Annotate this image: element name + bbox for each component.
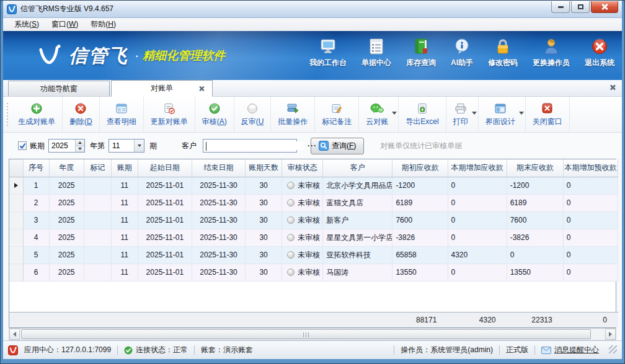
customer-input[interactable] [203,141,304,150]
table-cell[interactable]: 马国涛 [323,264,392,281]
table-cell[interactable]: 0 [507,246,563,264]
table-cell[interactable]: 2025-11-30 [192,194,245,211]
table-cell[interactable]: 0 [563,194,618,211]
table-cell[interactable]: 0 [448,177,507,194]
table-cell[interactable]: 未审核 [282,211,323,229]
scrollbar-thumb[interactable] [21,329,591,339]
table-cell[interactable]: 2025-11-30 [192,264,245,281]
table-cell[interactable]: 0 [448,211,507,229]
table-cell[interactable]: 2025 [49,211,84,229]
table-cell[interactable]: 4 [23,229,49,246]
col-header[interactable]: 账期 [111,159,138,177]
table-cell[interactable]: 30 [246,194,282,211]
table-cell[interactable]: 2025 [49,264,84,281]
inventory-query-button[interactable]: 库存查询 [405,36,437,69]
table-cell[interactable]: 2025-11-30 [192,177,245,194]
table-row[interactable]: 22025112025-11-012025-11-3030未审核蓝猫文具店618… [9,194,618,211]
close-button[interactable] [591,1,618,13]
table-cell[interactable]: 13550 [507,264,563,281]
table-cell[interactable]: 4320 [448,246,507,264]
menu-system[interactable]: 系统(S) [8,18,45,31]
table-cell[interactable]: 0 [563,246,618,264]
view-detail-button[interactable]: 查看明细 [100,97,144,132]
table-cell[interactable]: 11 [111,177,138,194]
cloud-reconcile-button[interactable]: 云对账 [359,97,399,132]
table-cell[interactable]: 11 [111,264,138,281]
delete-button[interactable]: 删除(D [63,97,100,132]
table-cell[interactable]: 未审核 [282,229,323,246]
table-row[interactable]: 32025112025-11-012025-11-3030未审核新客户76000… [9,211,618,229]
row-selector[interactable] [9,211,23,229]
table-cell[interactable]: 6 [23,264,49,281]
table-cell[interactable]: 0 [563,264,618,281]
table-cell[interactable]: 亚拓软件科技 [323,246,392,264]
menu-window[interactable]: 窗口(W) [45,18,84,31]
table-cell[interactable]: 星星文具第一小学店 [323,229,392,246]
tab-function-nav[interactable]: 功能导航窗 [8,81,110,96]
table-cell[interactable]: 2025-11-01 [138,211,192,229]
update-statement-button[interactable]: 更新对账单 [144,97,195,132]
col-header[interactable]: 结束日期 [192,159,245,177]
table-cell[interactable]: 2025 [49,177,84,194]
col-header[interactable]: 审核状态 [282,159,323,177]
mark-note-button[interactable]: 标记备注 [315,97,359,132]
row-selector[interactable] [9,194,23,211]
table-cell[interactable]: 7600 [507,211,563,229]
table-cell[interactable]: 未审核 [282,177,323,194]
col-header[interactable]: 序号 [23,159,49,177]
table-row[interactable]: 12025112025-11-012025-11-3030未审核北京小学文具用品… [9,177,618,194]
dropdown-arrow-icon[interactable] [519,112,524,115]
minimize-button[interactable] [551,1,570,13]
table-cell[interactable]: 11 [111,194,138,211]
spin-up-icon[interactable] [76,140,84,146]
table-cell[interactable]: 新客户 [323,211,392,229]
table-cell[interactable]: 13550 [392,264,448,281]
table-cell[interactable]: -3826 [507,229,563,246]
audit-button[interactable]: 审核(A) [195,97,234,132]
combo-dropdown-icon[interactable] [134,140,144,152]
print-button[interactable]: 打印 [446,97,479,132]
col-header[interactable]: 期初应收款 [392,159,448,177]
table-cell[interactable]: 5 [23,246,49,264]
table-cell[interactable]: -1200 [507,177,563,194]
document-center-button[interactable]: 单据中心 [360,36,392,69]
table-cell[interactable]: -1200 [392,177,448,194]
table-cell[interactable]: 65858 [392,246,448,264]
table-cell[interactable]: 0 [563,229,618,246]
switch-operator-button[interactable]: 更换操作员 [531,36,571,69]
table-cell[interactable]: 30 [246,211,282,229]
message-center-link[interactable]: 消息提醒中心 [554,345,599,355]
exit-system-button[interactable]: 退出系统 [583,36,616,69]
table-cell[interactable]: 2025 [49,229,84,246]
table-row[interactable]: 42025112025-11-012025-11-3030未审核星星文具第一小学… [9,229,618,246]
table-cell[interactable]: 30 [246,246,282,264]
table-cell[interactable]: 30 [246,177,282,194]
workbench-button[interactable]: 我的工作台 [308,36,348,69]
table-row[interactable]: 52025112025-11-012025-11-3030未审核亚拓软件科技65… [9,246,618,264]
table-cell[interactable]: 蓝猫文具店 [323,194,392,211]
col-header[interactable]: 本期增加应收款 [448,159,507,177]
table-cell[interactable]: 3 [23,211,49,229]
col-header[interactable]: 本期增加预收款 [563,159,618,177]
tab-statement[interactable]: 对账单 [111,80,213,97]
batch-operation-button[interactable]: 批量操作 [271,97,315,132]
table-cell[interactable]: 2025-11-01 [138,264,192,281]
title-bar[interactable]: 信管飞RMS专业版 V9.4.657 [3,1,622,18]
col-header[interactable]: 客户 [323,159,392,177]
menu-help[interactable]: 帮助(H) [84,18,122,31]
table-cell[interactable]: 11 [111,246,138,264]
close-window-button[interactable]: 关闭窗口 [526,97,570,132]
col-header[interactable]: 期末应收款 [507,159,563,177]
table-cell[interactable]: -3826 [392,229,448,246]
resize-grip[interactable] [609,345,617,353]
table-cell[interactable]: 未审核 [282,264,323,281]
table-cell[interactable] [84,229,111,246]
col-header[interactable]: 标记 [84,159,111,177]
dropdown-arrow-icon[interactable] [392,112,397,115]
ai-assistant-button[interactable]: AI助手 [450,36,474,69]
table-cell[interactable]: 2025 [49,194,84,211]
table-cell[interactable]: 北京小学文具用品店 [323,177,392,194]
table-cell[interactable]: 0 [563,211,618,229]
table-cell[interactable] [84,177,111,194]
row-selector[interactable] [9,177,23,194]
